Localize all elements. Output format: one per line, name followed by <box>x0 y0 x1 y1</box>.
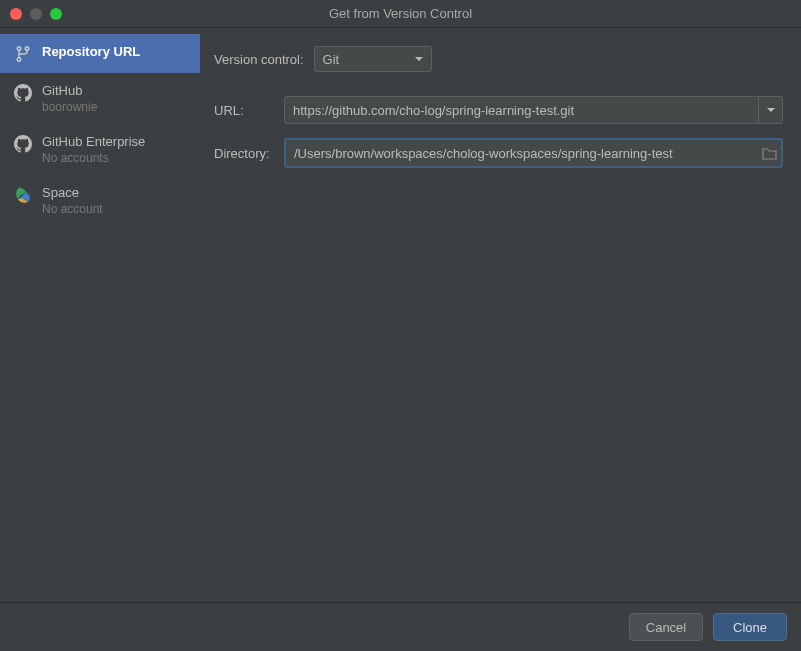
footer: Cancel Clone <box>0 602 801 651</box>
version-control-select[interactable]: Git <box>314 46 432 72</box>
svg-point-0 <box>17 47 21 51</box>
clone-button[interactable]: Clone <box>713 613 787 641</box>
sidebar-item-space[interactable]: Space No account <box>0 175 200 226</box>
version-control-value: Git <box>323 52 340 67</box>
sidebar-item-sublabel: No account <box>42 202 103 216</box>
chevron-down-icon <box>767 108 775 112</box>
sidebar-item-label: Space <box>42 185 103 200</box>
folder-icon <box>762 147 777 160</box>
minimize-window-button[interactable] <box>30 8 42 20</box>
cancel-button[interactable]: Cancel <box>629 613 703 641</box>
titlebar: Get from Version Control <box>0 0 801 28</box>
browse-folder-button[interactable] <box>757 147 781 160</box>
main: Repository URL GitHub boorownie GitHub E <box>0 28 801 602</box>
version-control-label: Version control: <box>214 52 304 67</box>
sidebar-item-repository-url[interactable]: Repository URL <box>0 34 200 73</box>
svg-point-2 <box>17 58 21 62</box>
sidebar-item-github-enterprise[interactable]: GitHub Enterprise No accounts <box>0 124 200 175</box>
close-window-button[interactable] <box>10 8 22 20</box>
url-input[interactable] <box>285 97 758 123</box>
url-history-dropdown[interactable] <box>758 97 782 123</box>
github-icon <box>14 84 32 102</box>
traffic-lights <box>10 8 62 20</box>
sidebar-item-sublabel: boorownie <box>42 100 97 114</box>
url-label: URL: <box>214 103 276 118</box>
svg-point-1 <box>25 47 29 51</box>
branch-icon <box>14 45 32 63</box>
url-row: URL: <box>214 96 783 124</box>
directory-input[interactable] <box>286 146 757 161</box>
url-input-wrapper <box>284 96 783 124</box>
directory-input-wrapper <box>284 138 783 168</box>
chevron-down-icon <box>415 57 423 61</box>
maximize-window-button[interactable] <box>50 8 62 20</box>
version-control-row: Version control: Git <box>214 46 783 72</box>
content-panel: Version control: Git URL: Directory: <box>200 28 801 602</box>
sidebar-item-label: GitHub Enterprise <box>42 134 145 149</box>
directory-row: Directory: <box>214 138 783 168</box>
directory-label: Directory: <box>214 146 276 161</box>
window-title: Get from Version Control <box>10 6 791 21</box>
sidebar-item-label: Repository URL <box>42 44 140 59</box>
github-icon <box>14 135 32 153</box>
sidebar-item-sublabel: No accounts <box>42 151 145 165</box>
sidebar-item-github[interactable]: GitHub boorownie <box>0 73 200 124</box>
sidebar-item-label: GitHub <box>42 83 97 98</box>
space-icon <box>14 186 32 204</box>
sidebar: Repository URL GitHub boorownie GitHub E <box>0 28 200 602</box>
